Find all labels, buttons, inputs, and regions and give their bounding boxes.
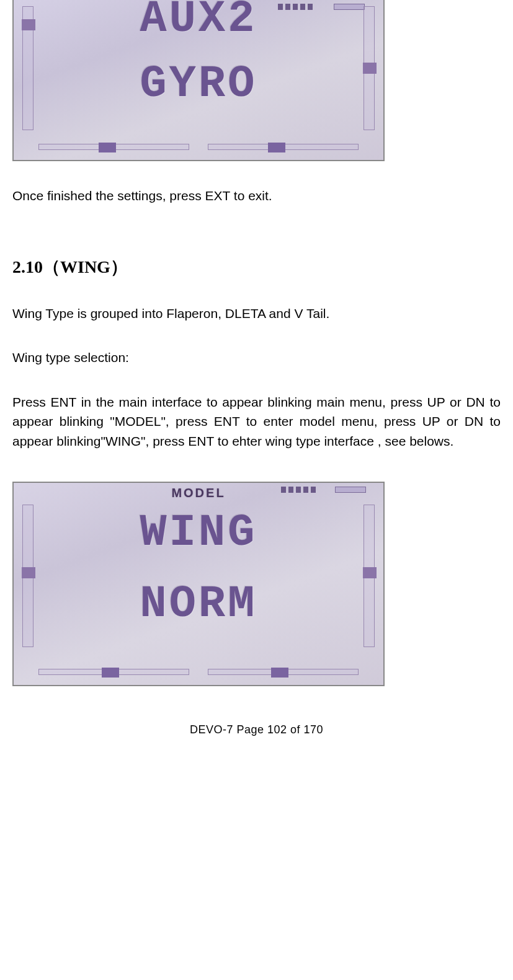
bottom-trim-bars (38, 140, 359, 154)
bottom-trim-bars (38, 665, 359, 679)
bottom-trim-left-marker (102, 668, 119, 678)
paragraph-wing-types: Wing Type is grouped into Flaperon, DLET… (12, 304, 501, 324)
bottom-trim-right (208, 669, 359, 675)
lcd-display: AUX2 GYRO (12, 0, 385, 161)
lcd-line-2: NORM (51, 579, 346, 630)
page-footer: DEVO-7 Page 102 of 170 (0, 723, 513, 736)
left-trim-marker (22, 19, 35, 30)
right-trim-bar (364, 6, 375, 130)
top-indicator (281, 487, 318, 493)
model-tab-label: MODEL (171, 486, 225, 500)
right-trim-marker (363, 63, 377, 74)
lcd-screenshot-aux2: AUX2 GYRO (12, 0, 385, 161)
left-trim-bar (22, 505, 33, 647)
lcd-line-2: GYRO (51, 59, 346, 110)
right-trim-marker (363, 567, 377, 578)
bottom-trim-left (38, 669, 189, 675)
lcd-line-1: WING (51, 508, 346, 558)
lcd-screenshot-wing: MODEL WING NORM (12, 482, 385, 686)
bottom-trim-right-marker (268, 143, 285, 152)
left-trim-bar (22, 6, 33, 130)
bottom-trim-right (208, 144, 359, 150)
paragraph-exit-instruction: Once finished the settings, press EXT to… (12, 186, 501, 206)
lcd-line-1: AUX2 (51, 0, 346, 45)
bottom-trim-left (38, 144, 189, 150)
bottom-trim-right-marker (271, 668, 288, 678)
lcd-display: MODEL WING NORM (12, 482, 385, 686)
top-small-indicator (335, 487, 366, 493)
section-heading-wing: 2.10（WING） (12, 255, 501, 279)
right-trim-bar (364, 505, 375, 647)
paragraph-wing-instructions: Press ENT in the main interface to appea… (12, 392, 501, 451)
bottom-trim-left-marker (99, 143, 116, 152)
left-trim-marker (22, 567, 35, 578)
paragraph-wing-selection-label: Wing type selection: (12, 348, 501, 368)
